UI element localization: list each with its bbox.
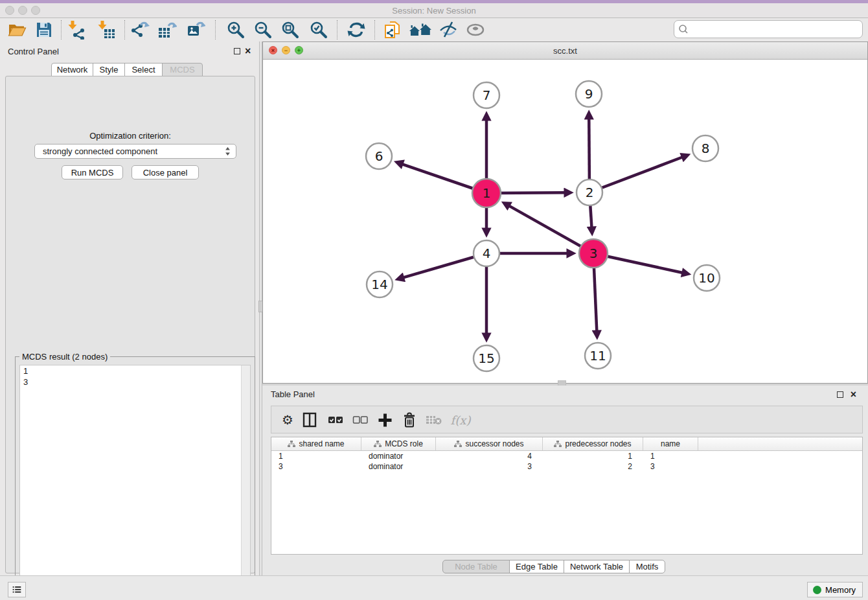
float-table-panel-icon[interactable] [837, 391, 843, 398]
float-panel-icon[interactable] [234, 48, 240, 54]
table-panel: Table Panel × ⚙ [262, 386, 868, 575]
show-graphics-details-button[interactable] [465, 19, 486, 40]
search-input[interactable] [691, 24, 862, 35]
table-cell[interactable]: 1 [543, 452, 643, 461]
select-all-button[interactable] [326, 411, 345, 429]
result-scrollbar[interactable] [241, 365, 250, 598]
export-image-button[interactable] [185, 19, 206, 40]
column-header-successor-nodes[interactable]: successor nodes [436, 437, 543, 450]
table-cell[interactable]: 3 [271, 462, 361, 471]
mcds-tab-content: Optimization criterion: strongly connect… [5, 76, 255, 573]
column-header-name[interactable]: name [643, 437, 698, 450]
network-canvas[interactable]: 1234678910111415 [263, 59, 867, 383]
toolbar-separator [374, 20, 375, 40]
home-icon [409, 20, 433, 40]
table-cell[interactable]: 3 [436, 462, 543, 471]
home-button[interactable] [408, 19, 434, 40]
gear-icon: ⚙ [282, 413, 293, 426]
edge-layer [402, 119, 683, 334]
clone-network-button[interactable] [382, 19, 403, 40]
delete-columns-button[interactable] [400, 411, 419, 429]
graph-node-label-2: 2 [586, 185, 594, 200]
hide-graphics-details-button[interactable] [438, 19, 459, 40]
table-cell[interactable]: 1 [643, 452, 698, 461]
criterion-select[interactable]: strongly connected component [34, 144, 236, 159]
node-table[interactable]: shared nameMCDS rolesuccessor nodesprede… [271, 437, 863, 555]
column-header-shared-name[interactable]: shared name [271, 437, 361, 450]
table-settings-button[interactable]: ⚙ [278, 411, 297, 429]
network-window-titlebar[interactable]: × − + scc.txt [263, 42, 867, 60]
tab-network[interactable]: Network [51, 63, 93, 76]
export-table-button[interactable] [157, 19, 177, 40]
graph-edge-2-8[interactable] [589, 157, 682, 192]
function-builder-button[interactable]: f(x) [448, 411, 474, 429]
table-cell[interactable]: dominator [361, 452, 436, 461]
table-cell[interactable]: 2 [543, 462, 643, 471]
window-title: Session: New Session [0, 6, 868, 16]
network-window-title: scc.txt [263, 46, 867, 56]
column-header-label: name [661, 439, 680, 448]
delete-table-button[interactable] [424, 411, 444, 429]
toolbar-separator [124, 20, 125, 40]
table-cell[interactable]: 3 [643, 462, 698, 471]
mcds-result-line: 1 [20, 365, 250, 376]
import-table-button[interactable] [96, 19, 117, 40]
zoom-fit-icon [280, 20, 300, 40]
column-header-label: shared name [299, 439, 344, 448]
status-bar: Memory [0, 575, 868, 600]
table-row[interactable]: 1dominator411 [271, 451, 862, 461]
tab-node-table[interactable]: Node Table [442, 560, 510, 573]
trash-icon [402, 412, 417, 428]
close-panel-button[interactable]: Close panel [131, 165, 199, 179]
column-header-predecessor-nodes[interactable]: predecessor nodes [543, 437, 643, 450]
tab-select[interactable]: Select [124, 63, 163, 76]
zoom-in-button[interactable] [225, 19, 246, 40]
tab-network-table[interactable]: Network Table [564, 560, 630, 573]
task-history-button[interactable] [8, 582, 26, 597]
application-window: Session: New Session [0, 0, 868, 600]
zoom-out-icon [253, 20, 273, 40]
open-session-button[interactable] [6, 19, 27, 40]
window-titlebar[interactable]: Session: New Session [0, 3, 868, 18]
import-network-button[interactable] [66, 19, 87, 40]
zoom-out-button[interactable] [253, 19, 273, 40]
run-mcds-button[interactable]: Run MCDS [62, 165, 123, 179]
column-header-MCDS-role[interactable]: MCDS role [361, 437, 436, 450]
select-stepper-icon [225, 146, 231, 156]
apply-layout-button[interactable] [346, 19, 367, 40]
save-session-button[interactable] [34, 19, 54, 40]
zoom-fit-button[interactable] [280, 19, 301, 40]
show-columns-button[interactable] [300, 411, 319, 429]
graph-node-label-3: 3 [589, 246, 598, 261]
mcds-result-title: MCDS result (2 nodes) [19, 352, 110, 362]
tab-motifs[interactable]: Motifs [629, 560, 665, 573]
mcds-result-list[interactable]: 13 [19, 365, 251, 599]
zoom-selected-icon [309, 20, 328, 40]
zoom-selected-button[interactable] [308, 19, 329, 40]
table-row[interactable]: 3dominator323 [271, 461, 862, 472]
unselect-all-button[interactable] [350, 411, 370, 429]
export-table-icon [157, 20, 177, 40]
eye-slash-icon [439, 20, 458, 40]
column-type-icon [454, 441, 462, 448]
control-panel-title: Control Panel [8, 47, 59, 56]
search-box[interactable] [674, 20, 863, 38]
tab-mcds[interactable]: MCDS [162, 63, 203, 76]
memory-label: Memory [825, 585, 856, 595]
table-cell[interactable]: dominator [361, 462, 436, 471]
export-network-button[interactable] [130, 19, 150, 40]
tab-style[interactable]: Style [93, 63, 125, 76]
network-view-window[interactable]: × − + scc.txt 1234678910111415 [262, 41, 868, 384]
memory-button[interactable]: Memory [807, 582, 863, 597]
create-column-button[interactable] [375, 411, 394, 429]
column-type-icon [288, 441, 295, 448]
close-table-panel-icon[interactable]: × [851, 391, 856, 398]
tab-edge-table[interactable]: Edge Table [509, 560, 564, 573]
close-panel-icon[interactable]: × [245, 48, 251, 54]
table-toolbar: ⚙ [271, 406, 863, 433]
column-header-label: predecessor nodes [565, 439, 631, 448]
table-cell[interactable]: 1 [271, 452, 361, 461]
unselect-all-icon [352, 415, 368, 425]
save-disk-icon [34, 20, 54, 40]
table-cell[interactable]: 4 [436, 452, 543, 461]
